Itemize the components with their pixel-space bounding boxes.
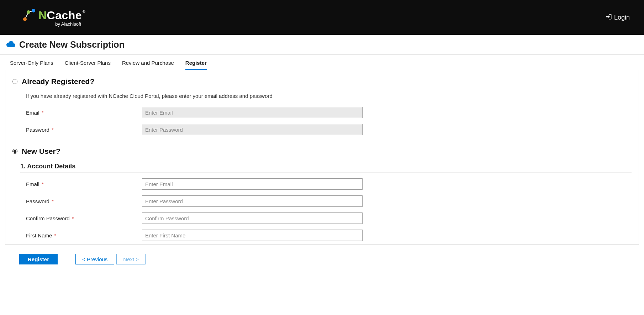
form-panel[interactable]: Already Registered? If you have already …: [5, 70, 639, 245]
next-button[interactable]: Next >: [116, 254, 146, 264]
new-firstname-input[interactable]: [142, 230, 363, 241]
already-registered-head: Already Registered?: [12, 77, 632, 86]
already-email-label: Email *: [26, 110, 142, 116]
login-button[interactable]: Login: [606, 14, 630, 22]
new-password-input[interactable]: [142, 195, 363, 207]
new-email-label: Email *: [26, 181, 142, 187]
already-registered-radio[interactable]: [12, 79, 17, 84]
new-confirm-input[interactable]: [142, 212, 363, 224]
previous-button[interactable]: < Previous: [75, 254, 114, 264]
svg-point-4: [32, 9, 35, 12]
new-user-radio[interactable]: [12, 149, 17, 154]
svg-point-3: [27, 10, 30, 14]
svg-point-2: [23, 17, 27, 21]
already-registered-desc: If you have already registered with NCac…: [26, 93, 632, 99]
page-title-row: Create New Subscription: [0, 35, 644, 55]
register-button[interactable]: Register: [19, 254, 58, 264]
tab-client-server-plans[interactable]: Client-Server Plans: [65, 60, 111, 70]
tab-server-only-plans[interactable]: Server-Only Plans: [10, 60, 53, 70]
tabs: Server-Only Plans Client-Server Plans Re…: [0, 55, 644, 70]
already-password-label: Password *: [26, 127, 142, 133]
divider: [12, 141, 632, 141]
cloud-icon: [5, 41, 16, 49]
already-email-input[interactable]: [142, 107, 363, 118]
new-password-label: Password *: [26, 198, 142, 204]
login-icon: [606, 14, 612, 22]
logo-text: NCache®: [38, 9, 82, 22]
account-details-heading: 1. Account Details: [20, 163, 632, 173]
ncache-logo-icon: [21, 9, 36, 23]
already-registered-heading: Already Registered?: [22, 77, 94, 86]
new-email-input[interactable]: [142, 178, 363, 190]
new-user-heading: New User?: [22, 147, 60, 156]
new-user-head: New User?: [12, 147, 632, 156]
top-bar: NCache® by Alachisoft Login: [0, 0, 644, 35]
login-label: Login: [614, 14, 630, 21]
new-firstname-label: First Name *: [26, 232, 142, 238]
logo[interactable]: NCache® by Alachisoft: [21, 9, 82, 27]
page-title: Create New Subscription: [19, 40, 125, 50]
tab-review-and-purchase[interactable]: Review and Purchase: [122, 60, 174, 70]
footer-row: Register < Previous Next >: [0, 245, 644, 273]
new-confirm-label: Confirm Password *: [26, 215, 142, 221]
already-password-input[interactable]: [142, 124, 363, 135]
tab-register[interactable]: Register: [185, 60, 207, 70]
